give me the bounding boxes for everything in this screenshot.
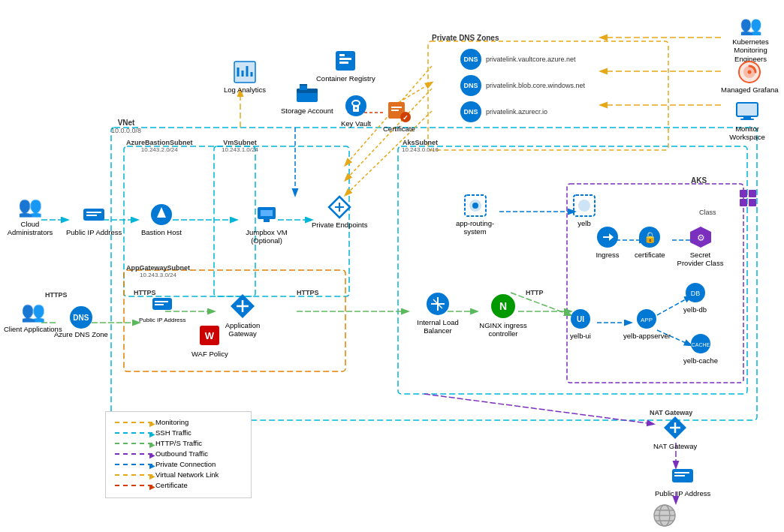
svg-rect-39	[86, 215, 97, 216]
svg-rect-38	[86, 212, 101, 213]
nginx-node: N NGINX ingress controller	[473, 293, 533, 338]
client-apps-node: 👥 Client Applications	[4, 300, 62, 333]
svg-point-79	[354, 107, 357, 110]
managed-grafana-node: Managed Grafana	[721, 60, 779, 94]
bastion-subnet-label: AzureBastionSubnet 10.243.2.0/24	[126, 139, 193, 153]
svg-line-30	[424, 394, 653, 424]
svg-text:W: W	[205, 330, 215, 341]
container-registry-node: Container Registry	[316, 49, 375, 83]
svg-point-87	[472, 203, 478, 209]
https-label-1: HTTPS	[45, 291, 68, 299]
svg-rect-55	[155, 304, 164, 305]
vm-subnet-label: VmSubnet 10.243.1.0/24	[222, 139, 258, 153]
yelb-cache-node: CACHE yelb-cache	[683, 332, 718, 365]
legend-ssh: ▶ SSH Traffic	[115, 428, 242, 437]
storage-account-node: Storage Account	[281, 81, 333, 115]
svg-rect-75	[339, 54, 345, 56]
monitor-workspace-node: Monitor Workspace	[717, 98, 777, 142]
svg-rect-73	[339, 58, 351, 60]
aks-icon-node	[740, 190, 756, 206]
waf-policy-node: W WAF Policy	[191, 323, 228, 358]
yelb-db-node: DB yelb-db	[683, 281, 707, 314]
azure-dns-zone-node: DNS Azure DNS Zone	[54, 306, 108, 338]
svg-rect-71	[300, 84, 307, 86]
private-endpoints-node: Private Endpoints	[312, 195, 367, 229]
dns1-node: DNS privatelink.vaultcore.azure.net	[460, 49, 576, 70]
svg-rect-110	[674, 475, 685, 476]
internal-lb-node: Internal Load Balancer	[408, 291, 468, 335]
diagram: VNet 10.0.0.0/8 AzureBastionSubnet 10.24…	[0, 0, 784, 532]
dns2-node: DNS privatelink.blob.core.windows.net	[460, 75, 585, 96]
certificate-node: ✓ Certificate	[383, 98, 415, 133]
svg-rect-121	[737, 103, 758, 116]
legend-vnet-link: ▶ Virtual Network Link	[115, 470, 242, 479]
svg-rect-0	[111, 128, 757, 420]
svg-text:🔒: 🔒	[644, 231, 657, 244]
svg-rect-54	[155, 301, 168, 302]
nat-label: NAT Gateway	[650, 409, 692, 416]
yelb-node: yelb	[572, 194, 596, 227]
svg-rect-44	[264, 219, 270, 222]
k8s-engineers-node: 👥 Kubernetes Monitoring Engineers	[719, 15, 782, 63]
legend: ▶ Monitoring ▶ SSH Traffic ▶ HTTP/S Traf…	[105, 411, 252, 498]
cloud-admins-node: 👥 Cloud Administrators	[4, 195, 56, 237]
svg-text:N: N	[499, 300, 507, 312]
legend-outbound: ▶ Outbound Traffic	[115, 449, 242, 458]
legend-cert: ▶ Certificate	[115, 481, 242, 489]
public-ip-1-node: Public IP Address	[66, 203, 122, 236]
public-ip-2-node: Public IP Address	[139, 293, 186, 324]
jumpbox-vm-node: Jumpbox VM (Optional)	[237, 203, 297, 245]
key-vault-node: Key Vault	[341, 94, 371, 128]
svg-rect-43	[261, 210, 273, 216]
svg-text:CACHE: CACHE	[692, 342, 710, 347]
svg-text:⚙: ⚙	[696, 233, 704, 243]
nat-gateway-node: NAT Gateway	[653, 415, 697, 450]
app-routing-node: app-routing-system	[447, 194, 503, 236]
class-label: Class	[699, 209, 716, 216]
svg-point-89	[578, 200, 590, 212]
svg-rect-123	[743, 116, 751, 119]
vnet-label: VNet 10.0.0.0/8	[111, 119, 141, 134]
ingress-node: Ingress	[596, 225, 620, 259]
internet-node: Internet	[652, 503, 677, 532]
bastion-host-node: Bastion Host	[141, 203, 182, 236]
aks-label: AKS	[691, 176, 707, 185]
dns-zones-label: Private DNS Zones	[432, 34, 499, 42]
legend-private: ▶ Private Connection	[115, 460, 242, 468]
yelb-appserver-node: APP yelb-appserver	[623, 308, 671, 340]
http-label: HTTP	[526, 289, 544, 296]
legend-monitoring: ▶ Monitoring	[115, 418, 242, 426]
secret-provider-node: ⚙ Secret Provider Class	[676, 225, 725, 268]
log-analytics-node: Log Analytics	[224, 60, 266, 94]
dns3-node: DNS privatelink.azurecr.io	[460, 101, 547, 122]
svg-text:APP: APP	[641, 317, 653, 323]
svg-text:UI: UI	[577, 315, 584, 323]
svg-text:DB: DB	[690, 290, 700, 297]
svg-rect-72	[336, 51, 355, 71]
public-ip-nat-node: Public IP Address	[655, 464, 710, 497]
svg-rect-109	[674, 472, 689, 473]
svg-rect-74	[339, 62, 348, 64]
appgw-subnet-label: AppGatewaySubnet 10.243.3.0/24	[126, 264, 190, 278]
svg-rect-82	[391, 110, 399, 111]
svg-point-120	[748, 71, 752, 74]
svg-rect-81	[391, 107, 402, 108]
svg-text:✓: ✓	[403, 114, 409, 122]
aks-subnet-label: AksSubnet 10.243.0.0/16	[402, 139, 439, 153]
https-label-3: HTTPS	[297, 289, 319, 296]
cert-obj-node: 🔒 certificate	[635, 225, 665, 259]
svg-rect-124	[740, 119, 754, 120]
yelb-ui-node: UI yelb-ui	[569, 308, 592, 340]
legend-https: ▶ HTTP/S Traffic	[115, 439, 242, 447]
